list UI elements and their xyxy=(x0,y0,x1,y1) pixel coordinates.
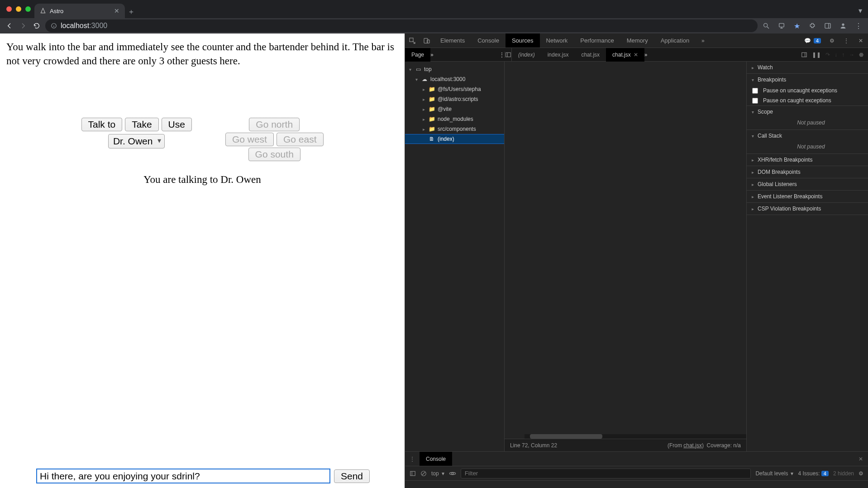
site-info-icon[interactable] xyxy=(51,23,57,29)
clear-console-icon[interactable] xyxy=(420,470,427,477)
tab-application[interactable]: Application xyxy=(654,33,696,48)
step-icon[interactable]: → xyxy=(849,52,854,58)
coverage-status[interactable]: Coverage: n/a xyxy=(707,442,741,449)
browser-tab[interactable]: Astro ✕ xyxy=(34,4,125,18)
url-host: localhost xyxy=(61,22,89,29)
more-tabs-icon[interactable]: » xyxy=(696,33,710,48)
step-into-icon[interactable]: ↓ xyxy=(835,52,837,58)
console-settings-gear-icon[interactable]: ⚙ xyxy=(858,470,863,477)
send-button[interactable]: Send xyxy=(334,469,370,483)
section-scope[interactable]: ▾Scope xyxy=(747,106,868,118)
install-icon[interactable] xyxy=(777,21,787,31)
section-csp-breakpoints[interactable]: ▸CSP Violation Breakpoints xyxy=(747,203,868,215)
file-tab[interactable]: index.jsx xyxy=(541,48,575,62)
extensions-icon[interactable] xyxy=(807,21,817,31)
section-callstack[interactable]: ▾Call Stack xyxy=(747,130,868,142)
go-west-button[interactable]: Go west xyxy=(225,133,274,146)
use-button[interactable]: Use xyxy=(162,118,192,131)
tree-folder[interactable]: ▸📁@vite xyxy=(405,104,504,114)
take-button[interactable]: Take xyxy=(125,118,158,131)
folder-icon: 📁 xyxy=(429,106,435,112)
side-panel-icon[interactable] xyxy=(823,21,833,31)
console-output[interactable] xyxy=(405,481,868,488)
tab-sources[interactable]: Sources xyxy=(506,33,540,48)
tree-host[interactable]: ▾☁localhost:3000 xyxy=(405,74,504,84)
context-select[interactable]: top ▾ xyxy=(431,470,444,477)
back-button[interactable] xyxy=(5,21,14,31)
profile-icon[interactable] xyxy=(838,21,848,31)
tree-folder[interactable]: ▸📁src/components xyxy=(405,124,504,134)
svg-point-10 xyxy=(842,24,844,26)
forward-button[interactable] xyxy=(18,21,28,31)
section-watch[interactable]: ▸Watch xyxy=(747,62,868,73)
pause-caught-checkbox[interactable]: Pause on caught exceptions xyxy=(747,96,868,105)
toggle-debugger-sidebar-icon[interactable] xyxy=(801,52,807,58)
more-navigator-tabs-icon[interactable]: » xyxy=(430,52,434,58)
tab-network[interactable]: Network xyxy=(540,33,574,48)
pause-script-icon[interactable]: ❚❚ xyxy=(812,52,821,58)
go-south-button[interactable]: Go south xyxy=(248,148,300,161)
tabs-dropdown-icon[interactable]: ▾ xyxy=(853,3,868,18)
hidden-messages[interactable]: 2 hidden xyxy=(833,470,854,477)
file-tab[interactable]: (index) xyxy=(512,48,541,62)
pause-uncaught-checkbox[interactable]: Pause on uncaught exceptions xyxy=(747,86,868,96)
navigator-page-tab[interactable]: Page xyxy=(405,48,430,62)
talk-target-select[interactable]: Dr. Owen xyxy=(108,134,165,148)
step-out-icon[interactable]: ↑ xyxy=(842,52,844,58)
fullscreen-window-icon[interactable] xyxy=(25,6,31,12)
tab-memory[interactable]: Memory xyxy=(620,33,654,48)
section-global-listeners[interactable]: ▸Global Listeners xyxy=(747,178,868,190)
section-event-listener-breakpoints[interactable]: ▸Event Listener Breakpoints xyxy=(747,191,868,202)
log-levels-select[interactable]: Default levels ▾ xyxy=(755,470,793,477)
reload-button[interactable] xyxy=(32,21,42,31)
close-file-tab-icon[interactable]: ✕ xyxy=(634,52,638,58)
kebab-menu-icon[interactable]: ⋮ xyxy=(839,33,854,48)
live-expression-icon[interactable] xyxy=(449,471,456,476)
drawer-console-tab[interactable]: Console xyxy=(420,452,452,466)
address-bar[interactable]: localhost:3000 xyxy=(45,19,758,32)
tree-folder[interactable]: ▸📁@fs/Users/stepha xyxy=(405,84,504,94)
tab-console[interactable]: Console xyxy=(471,33,506,48)
console-filter-input[interactable] xyxy=(461,469,751,478)
file-tab[interactable]: chat.jsx✕ xyxy=(606,48,644,62)
device-toggle-icon[interactable] xyxy=(420,33,434,48)
drawer-kebab-icon[interactable]: ⋮ xyxy=(405,456,420,462)
toggle-sidebar-icon[interactable] xyxy=(410,470,416,477)
tree-top[interactable]: ▾▭top xyxy=(405,64,504,74)
go-east-button[interactable]: Go east xyxy=(277,133,324,146)
navigator-kebab-icon[interactable]: ⋮ xyxy=(499,52,505,58)
chat-input[interactable] xyxy=(36,469,330,483)
step-over-icon[interactable]: ↷ xyxy=(825,52,830,58)
toggle-navigator-icon[interactable] xyxy=(505,52,511,58)
talk-to-button[interactable]: Talk to xyxy=(81,118,123,131)
new-tab-button[interactable]: ＋ xyxy=(125,5,138,18)
kebab-menu-icon[interactable]: ⋮ xyxy=(854,21,863,31)
section-xhr-breakpoints[interactable]: ▸XHR/fetch Breakpoints xyxy=(747,154,868,166)
folder-icon: 📁 xyxy=(429,116,435,122)
section-dom-breakpoints[interactable]: ▸DOM Breakpoints xyxy=(747,166,868,178)
window-icon: ▭ xyxy=(415,66,421,72)
tree-folder[interactable]: ▸📁@id/astro:scripts xyxy=(405,94,504,104)
horizontal-scrollbar[interactable] xyxy=(525,434,746,439)
tab-performance[interactable]: Performance xyxy=(574,33,620,48)
bookmark-star-icon[interactable]: ★ xyxy=(792,21,802,31)
minimize-window-icon[interactable] xyxy=(16,6,21,12)
file-tab[interactable]: chat.jsx xyxy=(575,48,606,62)
close-drawer-icon[interactable]: ✕ xyxy=(854,456,868,462)
section-breakpoints[interactable]: ▾Breakpoints xyxy=(747,74,868,86)
inspect-element-icon[interactable] xyxy=(405,33,420,48)
more-file-tabs-icon[interactable]: » xyxy=(644,52,648,58)
tree-folder[interactable]: ▸📁node_modules xyxy=(405,114,504,124)
settings-gear-icon[interactable]: ⚙ xyxy=(825,33,839,48)
code-content[interactable] xyxy=(525,62,746,439)
close-window-icon[interactable] xyxy=(6,6,12,12)
close-tab-icon[interactable]: ✕ xyxy=(114,8,119,14)
search-icon[interactable] xyxy=(761,21,771,31)
close-devtools-icon[interactable]: ✕ xyxy=(854,33,868,48)
tab-elements[interactable]: Elements xyxy=(434,33,471,48)
go-north-button[interactable]: Go north xyxy=(249,118,300,131)
issues-indicator[interactable]: 💬 4 xyxy=(804,38,821,44)
deactivate-breakpoints-icon[interactable]: ⬣ xyxy=(859,52,863,58)
issues-link[interactable]: 4 Issues: 4 xyxy=(798,470,829,477)
tree-file[interactable]: 🗎(index) xyxy=(405,134,504,144)
